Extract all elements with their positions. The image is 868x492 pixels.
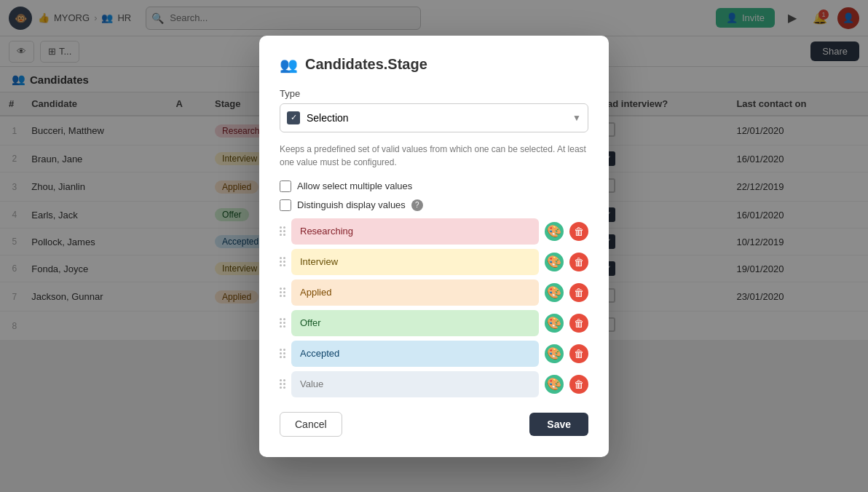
color-picker-button-1[interactable]: 🎨	[545, 253, 564, 271]
allow-multiple-checkbox[interactable]	[280, 180, 291, 192]
value-input-3[interactable]	[291, 310, 539, 336]
value-row: 🎨 🗑	[280, 218, 588, 245]
distinguish-label[interactable]: Distinguish display values	[297, 199, 406, 210]
hint-text: Keeps a predefined set of valid values f…	[280, 143, 588, 169]
allow-multiple-row: Allow select multiple values	[280, 180, 588, 192]
drag-handle[interactable]	[280, 226, 285, 236]
modal-title: 👥 Candidates.Stage	[280, 56, 588, 74]
chevron-down-icon: ▼	[572, 113, 581, 123]
select-icon: ✓	[287, 111, 300, 124]
distinguish-checkbox[interactable]	[280, 199, 291, 211]
modal-title-icon: 👥	[280, 56, 298, 74]
value-row: 🎨 🗑	[280, 310, 588, 336]
color-picker-button-0[interactable]: 🎨	[545, 222, 564, 241]
allow-multiple-label[interactable]: Allow select multiple values	[297, 180, 412, 191]
value-row: 🎨 🗑	[280, 341, 588, 367]
delete-value-button-2[interactable]: 🗑	[569, 283, 588, 302]
delete-value-button-5[interactable]: 🗑	[569, 375, 588, 394]
color-picker-button-3[interactable]: 🎨	[545, 314, 564, 333]
value-row: 🎨 🗑	[280, 249, 588, 275]
drag-handle[interactable]	[280, 257, 285, 266]
drag-handle[interactable]	[280, 349, 285, 358]
values-list: 🎨 🗑 🎨 🗑 🎨 🗑	[280, 218, 588, 397]
type-select[interactable]: Selection	[280, 103, 588, 132]
delete-value-button-4[interactable]: 🗑	[569, 344, 588, 363]
value-input-5[interactable]	[291, 371, 539, 397]
modal-footer: Cancel Save	[280, 412, 588, 437]
modal-overlay: 👥 Candidates.Stage Type ✓ Selection ▼ Ke…	[0, 0, 868, 492]
delete-value-button-3[interactable]: 🗑	[569, 314, 588, 333]
help-icon[interactable]: ?	[411, 199, 423, 211]
save-button[interactable]: Save	[529, 413, 588, 436]
cancel-button[interactable]: Cancel	[280, 412, 342, 437]
delete-value-button-1[interactable]: 🗑	[569, 253, 588, 271]
delete-value-button-0[interactable]: 🗑	[569, 222, 588, 241]
type-label: Type	[280, 88, 588, 99]
color-picker-button-5[interactable]: 🎨	[545, 375, 564, 394]
modal: 👥 Candidates.Stage Type ✓ Selection ▼ Ke…	[259, 36, 609, 457]
color-picker-button-2[interactable]: 🎨	[545, 283, 564, 302]
value-input-4[interactable]	[291, 341, 539, 367]
value-input-0[interactable]	[291, 218, 539, 245]
distinguish-row: Distinguish display values ?	[280, 199, 588, 211]
drag-handle[interactable]	[280, 287, 285, 297]
modal-title-text: Candidates.Stage	[305, 56, 427, 73]
drag-handle[interactable]	[280, 379, 285, 389]
value-row: 🎨 🗑	[280, 279, 588, 306]
type-select-wrapper: ✓ Selection ▼	[280, 103, 588, 132]
value-input-1[interactable]	[291, 249, 539, 275]
value-row: 🎨 🗑	[280, 371, 588, 397]
drag-handle[interactable]	[280, 318, 285, 328]
color-picker-button-4[interactable]: 🎨	[545, 344, 564, 363]
value-input-2[interactable]	[291, 279, 539, 306]
